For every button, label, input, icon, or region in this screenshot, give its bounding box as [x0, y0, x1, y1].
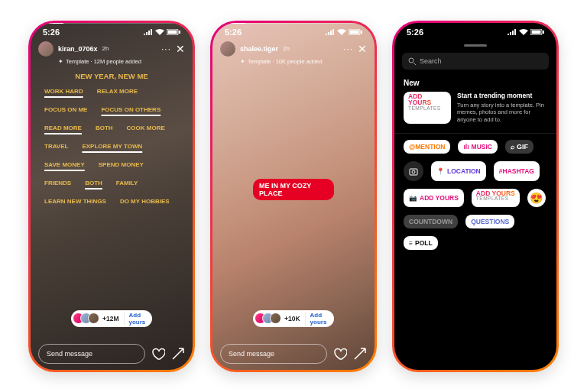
add-yours-pill[interactable]: +10K Add yours — [253, 310, 334, 327]
sticker-countdown[interactable]: COUNTDOWN — [404, 215, 458, 228]
battery-icon — [349, 29, 362, 35]
status-time: 5:26 — [43, 28, 60, 37]
option[interactable]: DO MY HOBBIES — [120, 198, 170, 205]
option[interactable]: SPEND MONEY — [99, 161, 144, 168]
location-icon: 📍 — [436, 167, 445, 175]
svg-point-12 — [412, 170, 415, 173]
svg-rect-11 — [410, 169, 417, 175]
camera-icon: 📷 — [409, 194, 417, 202]
close-icon[interactable]: ✕ — [358, 43, 367, 55]
story-screen-2: 5:26 shalee.tiger 2h ··· ✕ ✦ Template · … — [212, 23, 375, 370]
status-bar: 5:26 — [31, 23, 193, 38]
template-title: NEW YEAR, NEW ME — [31, 72, 193, 80]
option[interactable]: TRAVEL — [44, 143, 68, 150]
option-rows: WORK HARDRELAX MOREFOCUS ON MEFOCUS ON O… — [31, 80, 193, 212]
option-row: LEARN NEW THINGSDO MY HOBBIES — [44, 198, 179, 205]
camera-icon — [409, 167, 418, 176]
sticker-music[interactable]: ılıMUSIC — [458, 140, 497, 154]
option[interactable]: BOTH — [85, 180, 102, 186]
sticker-hashtag[interactable]: #HASHTAG — [494, 161, 540, 181]
phone-frame-3: 5:26 Search New ADD YOURS TEMPLATES Star… — [392, 21, 559, 372]
promo-row: ADD YOURS TEMPLATES Start a trending mom… — [394, 92, 556, 134]
template-meta[interactable]: ✦ Template · 10K people added — [212, 58, 375, 65]
message-input[interactable]: Send message — [220, 344, 327, 364]
sticker-gif[interactable]: ⌕GIF — [505, 140, 533, 154]
phone-frame-1: 5:26 kiran_0706x 2h ··· ✕ ✦ Template · 1… — [28, 21, 195, 372]
option-row: TRAVELEXPLORE MY TOWN — [44, 143, 179, 150]
option[interactable]: FRIENDS — [44, 180, 71, 186]
more-icon[interactable]: ··· — [343, 44, 353, 54]
send-icon[interactable] — [353, 347, 367, 361]
option[interactable]: RELAX MORE — [97, 88, 138, 95]
sticker-sheet-screen: 5:26 Search New ADD YOURS TEMPLATES Star… — [394, 23, 556, 370]
option[interactable]: FOCUS ON ME — [44, 106, 87, 113]
sticker-emoji[interactable]: 😍 — [527, 189, 546, 207]
option[interactable]: LEARN NEW THINGS — [44, 198, 106, 205]
svg-rect-1 — [168, 30, 177, 34]
close-icon[interactable]: ✕ — [176, 43, 185, 55]
template-meta[interactable]: ✦ Template · 12M people added — [31, 58, 193, 65]
svg-rect-8 — [543, 31, 544, 34]
poll-icon: ≡ — [409, 239, 413, 247]
signal-icon — [508, 29, 517, 35]
story-header: kiran_0706x 2h ··· ✕ — [31, 38, 193, 60]
username[interactable]: kiran_0706x — [58, 45, 98, 53]
option[interactable]: FAMILY — [116, 180, 138, 186]
signal-icon — [326, 29, 335, 35]
more-icon[interactable]: ··· — [161, 44, 171, 54]
music-icon: ılı — [463, 143, 469, 151]
message-input[interactable]: Send message — [38, 344, 145, 364]
option[interactable]: SAVE MONEY — [44, 161, 85, 168]
phone-frame-2: 5:26 shalee.tiger 2h ··· ✕ ✦ Template · … — [210, 21, 377, 372]
sticker-location[interactable]: 📍LOCATION — [431, 161, 486, 181]
option-row: FRIENDSBOTHFAMILY — [44, 180, 179, 186]
option[interactable]: FOCUS ON OTHERS — [101, 106, 161, 113]
avatar-stack — [255, 313, 281, 324]
avatar[interactable] — [38, 41, 54, 57]
promo-text: Start a trending moment Turn any story i… — [457, 92, 547, 124]
search-placeholder: Search — [420, 57, 442, 65]
status-bar: 5:26 — [212, 23, 375, 38]
add-yours-pill[interactable]: +12M Add yours — [71, 310, 152, 327]
status-indicators — [508, 29, 544, 35]
send-icon[interactable] — [171, 347, 185, 361]
story-progress — [37, 23, 186, 24]
story-progress — [219, 23, 368, 24]
status-indicators — [144, 29, 180, 35]
svg-line-10 — [413, 63, 416, 65]
sticker-mention[interactable]: @MENTION — [404, 140, 450, 154]
heart-icon[interactable] — [333, 347, 347, 361]
wifi-icon — [519, 29, 528, 35]
heart-icon[interactable] — [151, 347, 165, 361]
sticker-poll[interactable]: ≡POLL — [404, 236, 438, 250]
option[interactable]: COOK MORE — [127, 125, 165, 131]
svg-rect-5 — [361, 31, 362, 34]
option-row: FOCUS ON MEFOCUS ON OTHERS — [44, 106, 179, 113]
option-row: WORK HARDRELAX MORE — [44, 88, 179, 95]
option[interactable]: WORK HARD — [44, 88, 83, 95]
sticker-grid: @MENTION ılıMUSIC ⌕GIF 📍LOCATION #HASHTA… — [394, 134, 556, 256]
sticker-questions[interactable]: QUESTIONS — [465, 215, 514, 228]
search-input[interactable]: Search — [402, 53, 549, 70]
drag-handle[interactable] — [464, 44, 487, 47]
svg-rect-7 — [532, 30, 541, 34]
option[interactable]: EXPLORE MY TOWN — [82, 143, 142, 150]
battery-icon — [167, 29, 180, 35]
option[interactable]: READ MORE — [44, 125, 82, 131]
username[interactable]: shalee.tiger — [240, 45, 278, 53]
svg-rect-2 — [179, 31, 180, 34]
sticker-add-yours[interactable]: 📷ADD YOURS — [404, 189, 464, 207]
option-row: READ MOREBOTHCOOK MORE — [44, 125, 179, 131]
sticker-add-yours-templates-promo[interactable]: ADD YOURS TEMPLATES — [404, 92, 451, 124]
avatar[interactable] — [220, 41, 235, 57]
battery-icon — [530, 29, 544, 35]
option-row: SAVE MONEYSPEND MONEY — [44, 161, 179, 168]
section-new: New — [394, 70, 556, 92]
option[interactable]: BOTH — [96, 125, 113, 131]
sticker-add-yours-templates[interactable]: ADD YOURS TEMPLATES — [472, 189, 520, 207]
add-yours-button[interactable]: Add yours — [124, 312, 147, 326]
add-yours-button[interactable]: Add yours — [305, 312, 328, 326]
sticker-camera[interactable] — [404, 161, 423, 181]
status-time: 5:26 — [225, 28, 242, 37]
signal-icon — [144, 29, 153, 35]
